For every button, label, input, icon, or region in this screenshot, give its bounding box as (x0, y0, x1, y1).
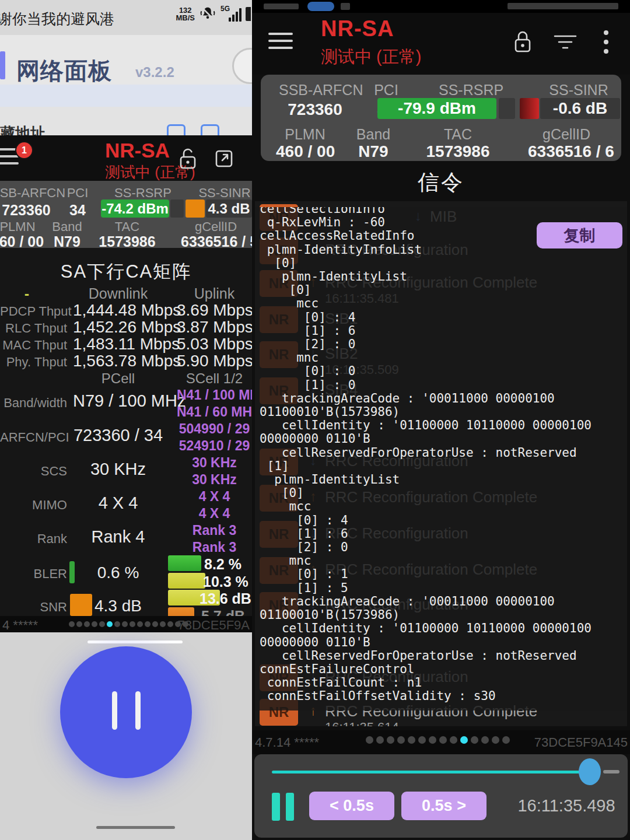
page-dot[interactable] (376, 736, 384, 744)
footer-device-id: 73DCE5F9A145 (534, 735, 628, 750)
rsrp-gauge-remainder (499, 98, 515, 119)
bell-fragment-icon (341, 3, 350, 10)
snr-label: SNR (0, 600, 67, 615)
expanded-message-overlay[interactable]: cellSelectionInfo q-RxLevMin : -60 cellA… (255, 207, 627, 710)
mac-downlink: 1,483.11 Mbps (73, 335, 163, 354)
rank-scell2: Rank 3 (177, 540, 252, 555)
mac-uplink: 5.03 Mbps (177, 335, 252, 354)
page-dot[interactable] (114, 621, 120, 627)
pci-label: PCI (370, 82, 402, 99)
bler-label: BLER (0, 566, 67, 582)
page-dot[interactable] (92, 621, 97, 627)
pdcp-uplink: 3.69 Mbps (177, 301, 252, 320)
rsrp-label: SS-RSRP (114, 186, 172, 201)
scell-header: SCell 1/2 (177, 370, 252, 387)
page-dot-active[interactable] (460, 736, 468, 744)
page-dot[interactable] (145, 621, 150, 627)
mimo-label: MIMO (0, 498, 67, 513)
page-dot[interactable] (130, 621, 135, 627)
page-dot[interactable] (397, 736, 405, 744)
more-options-icon[interactable] (602, 29, 610, 55)
bler-pcell-value: 0.6 % (73, 564, 163, 582)
page-dot[interactable] (122, 621, 128, 627)
page-dot[interactable] (450, 736, 457, 744)
arfcn-pci-pcell: 723360 / 34 (73, 426, 163, 445)
page-dot[interactable] (408, 736, 415, 744)
record-pause-button[interactable] (60, 646, 192, 778)
page-dot[interactable] (481, 736, 489, 744)
page-dot[interactable] (84, 621, 90, 627)
timeline-slider-thumb[interactable] (579, 758, 601, 785)
menu-icon[interactable] (268, 33, 293, 54)
rrc-message-body: cellSelectionInfo q-RxLevMin : -60 cellA… (255, 207, 627, 704)
snr-scell2-bar (168, 607, 194, 616)
tac-label: TAC (104, 219, 150, 235)
page-dot[interactable] (429, 736, 436, 744)
snr-scell2-value: 5.7 dB (201, 608, 245, 616)
app-title: 网络面板 (16, 55, 112, 85)
ssb-arfcn-value: 723360 (285, 100, 345, 119)
sinr-gauge (186, 200, 205, 218)
page-dot[interactable] (99, 621, 105, 627)
page-dots-left[interactable] (69, 621, 188, 627)
band-label: Band (50, 219, 85, 235)
dash-header: - (21, 285, 33, 302)
network-speed-indicator: 132 MB/S (176, 6, 195, 22)
bler-scell2-bar (168, 573, 205, 589)
timeline-slider-track[interactable] (272, 771, 587, 774)
floating-window-header-left: 1 NR-SA 测试中 (正常) (0, 135, 252, 181)
left-screenshot-panel: 谢你当我的避风港 132 MB/S 5G (0, 0, 252, 840)
gcellid-label: gCellID (542, 126, 589, 143)
page-dot[interactable] (471, 736, 478, 744)
page-dot[interactable] (167, 621, 173, 627)
phy-label: Phy. Thput (0, 355, 67, 370)
status-bar-left: 谢你当我的避风港 132 MB/S 5G (0, 0, 252, 35)
page-dot[interactable] (439, 736, 447, 744)
page-dots-right[interactable] (366, 736, 510, 744)
downlink-header: Downlink (73, 285, 163, 302)
plmn-value: 460 / 00 (276, 142, 334, 161)
page-dot[interactable] (502, 736, 510, 744)
step-back-button[interactable]: < 0.5s (309, 792, 394, 820)
page-dot[interactable] (418, 736, 426, 744)
page-dot-active[interactable] (107, 621, 113, 627)
lock-open-icon[interactable] (176, 146, 200, 172)
home-indicator[interactable] (96, 826, 175, 829)
gcellid-value: 6336516 / 6 (528, 142, 604, 161)
page-dot[interactable] (76, 621, 82, 627)
avatar[interactable] (232, 48, 252, 84)
page-dot[interactable] (160, 621, 166, 627)
carrier-text: 谢你当我的避风港 (0, 9, 114, 29)
page-dot[interactable] (366, 736, 373, 744)
open-in-new-icon[interactable] (212, 147, 236, 170)
bler-scell1-bar (168, 555, 201, 571)
status-bar-right (252, 0, 630, 13)
rlc-label: RLC Thput (0, 321, 67, 336)
page-dot[interactable] (492, 736, 499, 744)
timeline-slider-remainder[interactable] (603, 770, 620, 774)
battery-icon (246, 7, 251, 21)
lock-closed-icon[interactable] (511, 28, 534, 55)
app-logo-icon (0, 51, 5, 79)
page-dot[interactable] (387, 736, 394, 744)
page-dot[interactable] (69, 621, 75, 627)
ssb-arfcn-label: SSB-ARFCN (0, 186, 61, 201)
ssb-arfcn-value: 723360 (0, 202, 55, 219)
copy-button[interactable]: 复制 (537, 222, 622, 249)
message-timestamp: 16:11:35.614 (325, 720, 399, 726)
sinr-value: -0.6 dB (540, 98, 620, 119)
page-dot[interactable] (152, 621, 158, 627)
band-value: N79 (356, 142, 391, 161)
page-dot[interactable] (137, 621, 143, 627)
ca-matrix-title: SA下行CA矩阵 (0, 260, 252, 284)
signaling-log-list[interactable]: NR↓MIBNR↓RRC ReconfigurationNR↑RRC Recon… (255, 201, 627, 726)
filter-icon[interactable] (552, 33, 579, 51)
share-icon[interactable] (201, 124, 219, 135)
mimo-pcell: 4 X 4 (73, 494, 163, 513)
gcellid-label: gCellID (192, 219, 239, 235)
step-forward-button[interactable]: 0.5s > (401, 792, 487, 820)
drag-handle[interactable] (88, 640, 183, 643)
clipped-label: 藏地址 (0, 123, 46, 135)
link-icon[interactable] (167, 124, 186, 135)
pci-value: 34 (63, 202, 92, 219)
